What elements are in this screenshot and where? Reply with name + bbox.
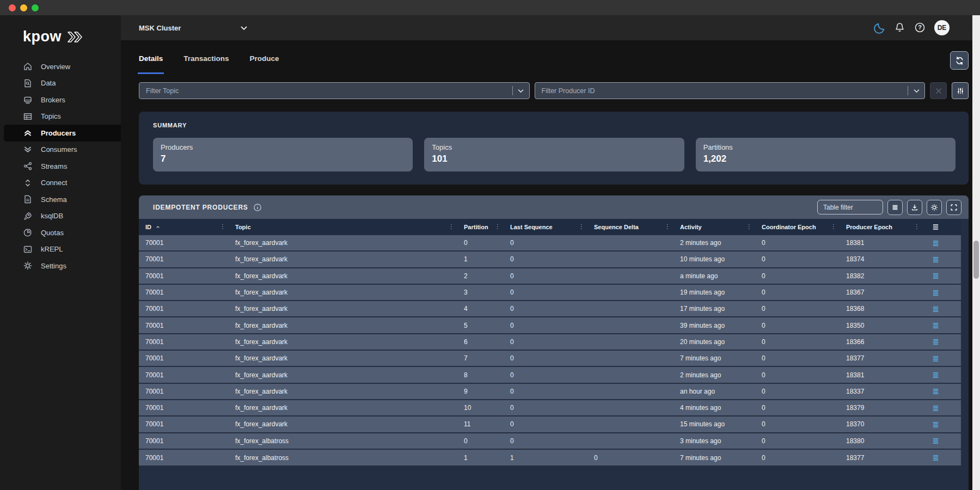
column-header-partition[interactable]: Partition⋮ [456,219,503,235]
refresh-button[interactable] [950,51,969,70]
row-menu-icon[interactable] [932,289,940,297]
table-row: 70001fx_forex_aardvark002 minutes ago018… [139,235,961,251]
sidebar-item-streams[interactable]: Streams [0,158,121,175]
row-actions-cell[interactable] [922,400,961,416]
row-actions-cell[interactable] [922,284,961,301]
column-menu-icon[interactable]: ⋮ [494,223,501,230]
column-menu-icon[interactable]: ⋮ [448,223,455,230]
chevron-down-icon[interactable] [908,89,924,93]
sidebar-item-brokers[interactable]: Brokers [0,91,121,108]
sidebar-item-overview[interactable]: Overview [0,58,121,75]
column-header-producer-epoch[interactable]: Producer Epoch⋮ [838,219,922,235]
minimize-window-button[interactable] [20,4,27,11]
filter-topic-input[interactable] [139,87,512,95]
column-menu-icon[interactable]: ⋮ [219,223,226,230]
clear-filters-button[interactable] [930,82,947,99]
row-actions-cell[interactable] [922,383,961,400]
tabs-row: DetailsTransactionsProduce [139,51,969,76]
row-menu-icon[interactable] [932,255,940,264]
row-menu-icon[interactable] [932,454,940,462]
column-menu-icon[interactable]: ⋮ [578,223,585,230]
column-header-menu[interactable] [922,219,961,235]
row-menu-icon[interactable] [932,420,940,428]
row-actions-cell[interactable] [922,433,961,449]
row-menu-icon[interactable] [932,387,940,395]
sidebar-item-label: Connect [41,179,67,187]
fullscreen-button[interactable] [946,200,961,215]
download-button[interactable] [907,200,922,215]
table-cell [586,251,672,267]
cluster-selector[interactable]: MSK Cluster [139,24,248,32]
row-menu-icon[interactable] [932,338,940,346]
avatar[interactable]: DE [934,20,950,35]
columns-menu-icon[interactable] [932,223,940,231]
row-actions-cell[interactable] [922,235,961,251]
table-rows-button[interactable] [887,200,903,215]
table-row: 70001fx_forex_aardvark4017 minutes ago01… [139,301,961,317]
column-header-activity[interactable]: Activity⋮ [672,219,754,235]
column-header-sequence-delta[interactable]: Sequence Delta⋮ [586,219,672,235]
table-cell: 18380 [838,433,922,449]
sidebar-item-schema[interactable]: Schema [0,191,121,208]
table-body: 70001fx_forex_aardvark002 minutes ago018… [139,235,961,465]
column-menu-icon[interactable]: ⋮ [914,223,920,230]
sidebar-item-ksqldb[interactable]: ksqlDB [0,208,121,225]
row-menu-icon[interactable] [932,239,940,247]
column-header-coordinator-epoch[interactable]: Coordinator Epoch⋮ [754,219,838,235]
row-menu-icon[interactable] [932,404,940,412]
sidebar-item-consumers[interactable]: Consumers [0,142,121,158]
row-menu-icon[interactable] [932,354,940,363]
row-actions-cell[interactable] [922,366,961,383]
row-actions-cell[interactable] [922,350,961,366]
row-menu-icon[interactable] [932,305,940,313]
table-cell: 0 [503,268,586,284]
sidebar-item-producers[interactable]: Producers [4,125,121,142]
help-icon[interactable]: ? [914,22,926,34]
table-cell: 70001 [139,268,228,284]
sidebar-item-settings[interactable]: Settings [0,258,121,274]
tab-produce[interactable]: Produce [250,51,279,76]
tab-transactions[interactable]: Transactions [183,51,229,76]
column-header-last-sequence[interactable]: Last Sequence⋮ [503,219,586,235]
table-cell: 0 [503,235,586,251]
filter-producer-id-input[interactable] [535,87,908,95]
sidebar-item-quotas[interactable]: Quotas [0,224,121,241]
sidebar-item-krepl[interactable]: kREPL [0,241,121,258]
row-actions-cell[interactable] [922,268,961,284]
chevron-down-icon[interactable] [513,89,529,93]
close-window-button[interactable] [9,4,16,11]
row-actions-cell[interactable] [922,416,961,432]
row-menu-icon[interactable] [932,437,940,445]
table-settings-button[interactable] [927,200,942,215]
row-actions-cell[interactable] [922,251,961,267]
notifications-bell-icon[interactable] [894,22,906,34]
tab-details[interactable]: Details [139,51,163,76]
sidebar-item-connect[interactable]: Connect [0,175,121,192]
sidebar-item-data[interactable]: Data [0,75,121,92]
row-actions-cell[interactable] [922,317,961,333]
column-header-topic[interactable]: Topic⋮ [228,219,456,235]
column-menu-icon[interactable]: ⋮ [664,223,671,230]
table-heading-text: IDEMPOTENT PRODUCERS [153,204,248,211]
row-menu-icon[interactable] [932,272,940,280]
filter-settings-button[interactable] [952,82,969,99]
page-scrollbar[interactable] [972,15,980,490]
scrollbar-thumb[interactable] [973,241,979,279]
table-cell: 0 [754,383,838,400]
zoom-window-button[interactable] [32,4,39,11]
table-cell: 0 [754,268,838,284]
column-menu-icon[interactable]: ⋮ [830,223,837,230]
column-menu-icon[interactable]: ⋮ [746,223,752,230]
row-actions-cell[interactable] [922,334,961,350]
schema-document-icon [23,194,33,204]
info-icon[interactable] [253,203,262,212]
row-actions-cell[interactable] [922,301,961,317]
row-actions-cell[interactable] [922,449,961,465]
row-menu-icon[interactable] [932,371,940,379]
column-header-id[interactable]: ID⋮ [139,219,228,235]
sidebar-item-topics[interactable]: Topics [0,108,121,125]
dark-mode-moon-icon[interactable] [874,22,886,34]
row-menu-icon[interactable] [932,321,940,329]
table-filter-input[interactable] [817,200,883,215]
gear-icon [23,261,33,271]
